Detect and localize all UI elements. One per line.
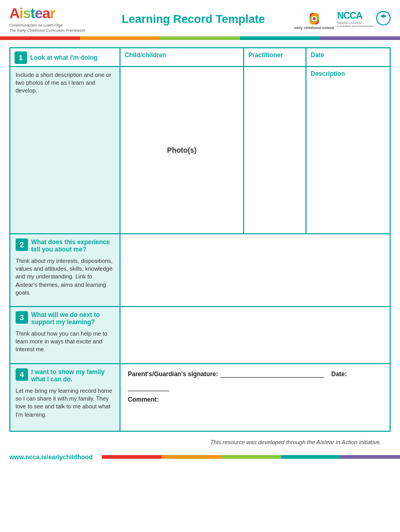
section2-label-inner: What does this experience tell you about… (31, 238, 114, 255)
section3-label-desc: Think about how you can help me to learn… (16, 330, 114, 354)
main-content: 1 Look at what I'm doing Child/children … (0, 40, 400, 450)
section2-badge: 2 (16, 238, 28, 251)
col-practitioner-header: Practitioner (244, 48, 306, 66)
partner-logos: early childhood ireland NCCA National Co… (294, 8, 391, 30)
signature-underline (220, 369, 324, 378)
footer-url: www.ncca.ie/earlychildhood (0, 454, 102, 461)
section1-label-title: Look at what I'm doing (30, 54, 98, 61)
footer-cb-orange (162, 455, 221, 459)
signature-line: Parent's/Guardian's signature: Date: (128, 369, 382, 378)
color-bar-red (0, 36, 80, 40)
color-bar-green (160, 36, 240, 40)
footer-url-bar: www.ncca.ie/earlychildhood (0, 454, 400, 461)
section3-label-title: What will we do next to support my learn… (31, 311, 114, 326)
section4-badge: 4 (16, 368, 28, 381)
footer-cb-green (221, 455, 281, 459)
section3-label-box: 3 What will we do next to support my lea… (10, 307, 119, 363)
section1-desc-label: Description (311, 70, 385, 77)
section2-badge-wrapper: 2 What does this experience tell you abo… (16, 238, 114, 257)
eci-logo: early childhood ireland (294, 8, 334, 30)
practitioner-header-text: Practitioner (244, 48, 305, 62)
section4-label-title: I want to show my family what I can do. (31, 368, 114, 383)
section1-practitioner-area (244, 67, 306, 233)
section4-row: 4 I want to show my family what I can do… (10, 363, 390, 431)
date-header-text: Date (306, 48, 390, 62)
ncca-logo: NCCA National Council for Curriculum and… (337, 10, 391, 28)
ncca-sub: National Council for Curriculum and Asse… (337, 21, 374, 28)
aistear-logo-sub: Creatchuraclam na Luath-Óige The Early C… (9, 23, 92, 33)
col-child-header: Child/children (119, 48, 244, 66)
footer-color-bar (102, 455, 400, 459)
col-date-header: Date (306, 48, 390, 66)
section3-row: 3 What will we do next to support my lea… (10, 306, 390, 363)
footer-cb-purple (340, 455, 400, 459)
eci-logo-graphic (304, 8, 325, 26)
date-underline-row (128, 383, 382, 393)
section4-content-area: Parent's/Guardian's signature: Date: Com… (119, 364, 390, 431)
color-bar-purple (320, 36, 400, 40)
svg-point-5 (377, 11, 390, 25)
footer-cb-teal (281, 455, 341, 459)
section2-row: 2 What does this experience tell you abo… (10, 233, 390, 306)
section2-label-box: 2 What does this experience tell you abo… (10, 234, 119, 306)
footer-italic: Aistear in Action (316, 439, 357, 445)
page-title: Learning Record Template (92, 12, 294, 26)
color-bar (0, 36, 400, 40)
section2-label-title: What does this experience tell you about… (31, 238, 114, 253)
date-inline-label: Date: (331, 370, 347, 378)
section3-content-area (119, 307, 390, 363)
aistear-logo-text: Aistear (9, 5, 92, 22)
footer-credit-text: This resource was developed through the … (210, 439, 381, 445)
section4-label-inner: I want to show my family what I can do. (31, 368, 114, 385)
section1-body-row: Include a short description and one or t… (10, 67, 390, 233)
section1-label-box: Include a short description and one or t… (10, 67, 119, 233)
section1-photo-area: Photo(s) (119, 67, 244, 233)
date-underline (128, 383, 169, 391)
svg-point-4 (313, 17, 316, 20)
photo-label: Photo(s) (167, 146, 197, 154)
color-bar-orange (80, 36, 160, 40)
signature-label: Parent's/Guardian's signature: (128, 370, 218, 378)
section3-badge-wrapper: 3 What will we do next to support my lea… (16, 311, 114, 330)
col-label-header: 1 Look at what I'm doing (10, 48, 119, 66)
section2-content-area (119, 234, 390, 306)
section3-badge: 3 (16, 311, 28, 324)
footer-credit: This resource was developed through the … (9, 439, 391, 445)
section1-label-desc: Include a short description and one or t… (16, 71, 114, 95)
aistear-logo: Aistear Creatchuraclam na Luath-Óige The… (9, 5, 92, 33)
comment-label: Comment: (128, 396, 382, 403)
ncca-text: NCCA (337, 10, 374, 21)
section1-badge: 1 (15, 51, 27, 64)
section2-label-desc: Think about my interests, dispositions, … (16, 257, 114, 297)
footer-cb-red (102, 455, 162, 459)
section4-label-box: 4 I want to show my family what I can do… (10, 364, 119, 431)
color-bar-teal (240, 36, 320, 40)
header-title-area: Learning Record Template (92, 12, 294, 26)
ncca-circle-icon (376, 11, 391, 27)
section4-label-desc: Let me bring my learning record home so … (16, 387, 114, 419)
section3-label-inner: What will we do next to support my learn… (31, 311, 114, 328)
section1-header-row: 1 Look at what I'm doing Child/children … (10, 48, 390, 67)
child-header-text: Child/children (121, 48, 243, 62)
section1-table: 1 Look at what I'm doing Child/children … (9, 47, 391, 432)
section1-date-desc-area: Description (306, 67, 390, 233)
page-header: Aistear Creatchuraclam na Luath-Óige The… (0, 0, 400, 33)
section4-badge-wrapper: 4 I want to show my family what I can do… (16, 368, 114, 387)
